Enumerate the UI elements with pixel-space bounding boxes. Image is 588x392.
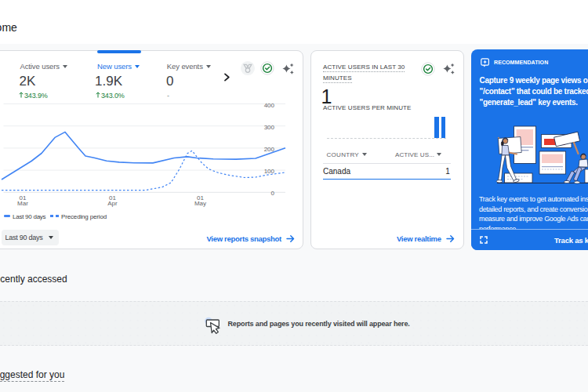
svg-text:100: 100 [264,168,275,175]
svg-text:300: 300 [264,124,275,131]
svg-text:May: May [194,200,206,207]
svg-text:Apr: Apr [107,200,118,207]
svg-text:Mar: Mar [17,200,28,207]
svg-text:400: 400 [264,102,275,109]
svg-text:0: 0 [271,190,275,197]
